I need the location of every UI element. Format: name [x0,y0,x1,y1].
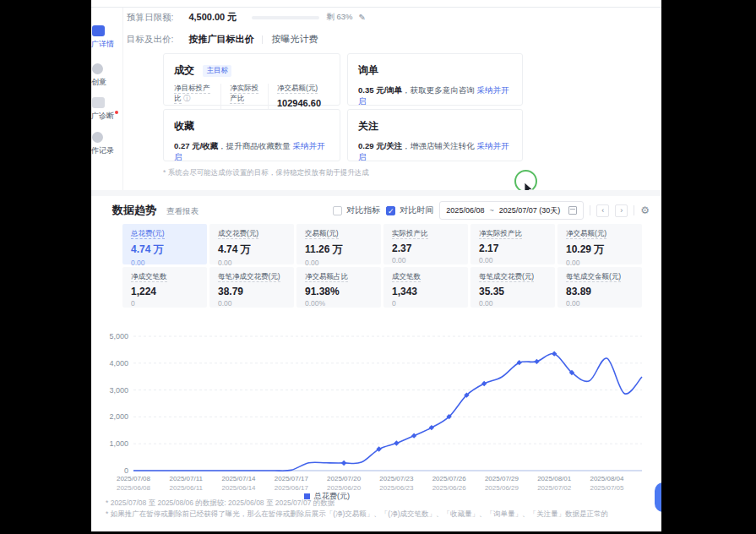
goal-card-deal: 成交 主目标 净目标投产比 ⓘ 2.45 ✎ 净实际投产比 2.17 净交易额(… [163,53,340,106]
goal-footnote: * 系统会尽可能达成你设置的目标，保持稳定投放有助于提升达成 [163,168,369,178]
svg-text:2025/06/29: 2025/06/29 [485,484,519,492]
budget-label: 预算日限额: [127,12,173,24]
tab-bid-by-goal[interactable]: 按推广目标出价 [188,33,253,46]
compare-metric-checkbox[interactable] [333,206,342,215]
metric-card-cost-per-order[interactable]: 每笔成交花费(元) 35.350.00 [470,267,555,308]
side-drawer-handle[interactable] [655,482,661,512]
trend-section-title: 数据趋势 [112,203,156,218]
bidding-row: 目标及出价: 按推广目标出价 按曝光计费 [127,33,318,46]
date-range-picker[interactable]: 2025/06/08 ~ 2025/07/07 (30天) [439,201,584,220]
records-clock-icon [92,132,103,143]
sidebar: 广详情 创意 广诊断 作记录 [91,8,123,195]
svg-text:1,000: 1,000 [109,439,128,448]
metric-card-grid: 总花费(元) 4.74 万0.00 成交花费(元) 4.74 万0.00 交易额… [122,224,642,308]
chart-footnote-disclaimer: * 如果推广在暂停或删除前已经获得了曝光，那么在暂停或删除后展示「(净)交易额」… [106,509,608,520]
controls-divider [634,205,634,215]
view-report-link[interactable]: 查看报表 [166,206,199,217]
budget-edit-icon[interactable]: ✎ [358,13,365,22]
svg-text:2025/07/08: 2025/07/08 [117,475,151,482]
goal-card-desc: 0.29 元/关注，增强店铺关注转化 采纳并开启 [358,141,512,163]
sidebar-item-diagnosis[interactable]: 广诊断 [91,97,123,122]
metric-card-total-spend[interactable]: 总花费(元) 4.74 万0.00 [122,224,207,264]
budget-remaining: 剩 63% [326,12,352,23]
detail-icon [92,25,105,36]
svg-text:2025/06/11: 2025/06/11 [170,484,204,492]
sidebar-item-label: 广诊断 [91,111,123,122]
svg-text:3,000: 3,000 [109,386,128,395]
diagnosis-icon [92,97,105,108]
controls-divider [590,205,590,215]
compare-time-label[interactable]: 对比时间 [400,204,433,216]
goal-card-title: 成交 [174,63,194,78]
notification-dot [115,111,118,114]
trend-header: 数据趋势 查看报表 [112,203,199,218]
svg-text:2025/07/26: 2025/07/26 [432,475,467,482]
goal-card-favorite: 收藏 0.27 元/收藏，提升商品收藏数量 采纳并开启 [163,109,340,161]
tab-bid-by-exposure[interactable]: 按曝光计费 [271,33,318,46]
next-period-button[interactable]: › [615,204,628,217]
app-window: 广详情 创意 广诊断 作记录 预算日限额: 4,500.00 元 剩 63% ✎… [91,0,661,531]
svg-text:2025/06/23: 2025/06/23 [379,484,414,492]
goal-cards: 成交 主目标 净目标投产比 ⓘ 2.45 ✎ 净实际投产比 2.17 净交易额(… [163,53,523,161]
settings-gear-icon[interactable]: ⚙ [640,204,650,216]
trend-chart: 01,0002,0003,0004,0005,0002025/07/082025… [100,328,653,497]
date-range-end: 2025/07/07 (30天) [499,205,561,216]
sidebar-item-detail[interactable]: 广详情 [91,25,123,50]
svg-text:5,000: 5,000 [109,332,128,341]
chart-footnote-compare: * 2025/07/08 至 2025/08/06 的数据较: 2025/06/… [106,499,334,509]
budget-progress-bar [252,16,319,19]
svg-text:2025/06/26: 2025/06/26 [432,484,467,492]
metric-card-net-gmv-ratio[interactable]: 净交易额占比 91.38%0.00% [296,267,381,308]
metric-card-net-roi[interactable]: 净实际投产比 2.170.00 [470,224,555,264]
goal-card-title: 收藏 [174,119,194,134]
budget-row: 预算日限额: 4,500.00 元 剩 63% ✎ [127,11,366,24]
goal-card-inquiry: 询单 0.35 元/询单，获取更多意向咨询 采纳并开启 [347,53,523,106]
calendar-icon [568,206,577,215]
compare-metric-label[interactable]: 对比指标 [346,204,380,216]
budget-amount: 4,500.00 元 [188,11,237,24]
svg-text:2025/06/08: 2025/06/08 [117,484,151,492]
metric-card-amount-per-order[interactable]: 每笔成交金额(元) 83.890.00 [557,267,642,308]
svg-text:2025/07/23: 2025/07/23 [379,475,414,482]
creative-icon [92,63,103,74]
trend-controls: 对比指标 ✓ 对比时间 2025/06/08 ~ 2025/07/07 (30天… [333,201,650,220]
goal-card-desc: 0.35 元/询单，获取更多意向咨询 采纳并开启 [358,85,512,107]
sidebar-item-creative[interactable]: 创意 [91,63,123,88]
bidding-label: 目标及出价: [127,34,173,46]
svg-text:2025/07/02: 2025/07/02 [537,484,572,492]
metric-card-roi[interactable]: 实际投产比 2.370.00 [383,224,468,264]
svg-text:2025/07/11: 2025/07/11 [170,475,204,482]
metric-card-gmv[interactable]: 交易额(元) 11.26 万0.00 [296,224,381,264]
compare-time-checkbox[interactable]: ✓ [386,206,395,215]
svg-text:2025/07/05: 2025/07/05 [590,484,624,492]
date-range-start: 2025/06/08 [446,206,484,215]
svg-text:2025/08/04: 2025/08/04 [590,475,624,482]
goal-card-title: 询单 [358,63,378,78]
info-icon[interactable]: ⓘ [183,94,191,102]
prev-period-button[interactable]: ‹ [596,204,609,217]
svg-text:2025/07/17: 2025/07/17 [275,475,309,482]
svg-text:2025/07/29: 2025/07/29 [485,475,519,482]
sidebar-item-label: 作记录 [91,145,123,156]
goal-card-follow: 关注 0.29 元/关注，增强店铺关注转化 采纳并开启 [347,109,523,161]
sidebar-item-records[interactable]: 作记录 [91,132,123,156]
tab-divider [262,35,263,44]
svg-text:2025/08/01: 2025/08/01 [537,475,572,482]
sidebar-item-label: 创意 [91,77,123,88]
sidebar-item-label: 广详情 [91,39,123,50]
svg-text:0: 0 [124,466,128,475]
svg-text:2025/07/14: 2025/07/14 [222,475,257,482]
metric-card-deal-spend[interactable]: 成交花费(元) 4.74 万0.00 [209,224,294,264]
metric-card-orders[interactable]: 成交笔数 1,3430 [383,267,468,308]
section-separator [91,190,661,196]
svg-text:2025/06/14: 2025/06/14 [222,484,257,492]
goal-card-title: 关注 [358,119,378,134]
primary-goal-badge: 主目标 [203,65,231,77]
metric-card-net-cost-per-order[interactable]: 每笔净成交花费(元) 38.790.00 [209,267,294,308]
goal-card-desc: 0.27 元/收藏，提升商品收藏数量 采纳并开启 [174,141,329,163]
metric-card-net-gmv[interactable]: 净交易额(元) 10.29 万0.00 [557,224,642,264]
metric-card-net-orders[interactable]: 净成交笔数 1,2240 [122,267,207,308]
svg-text:2,000: 2,000 [109,412,128,421]
svg-text:4,000: 4,000 [109,359,128,368]
top-divider [91,7,661,8]
